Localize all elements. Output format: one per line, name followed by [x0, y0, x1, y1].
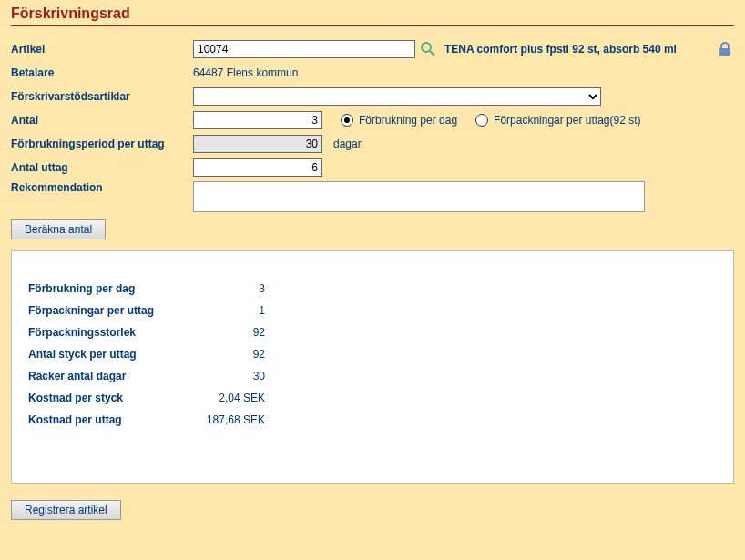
label-betalare: Betalare	[11, 66, 193, 79]
sum-label: Kostnad per uttag	[28, 410, 201, 430]
sum-value: 187,68 SEK	[201, 410, 265, 430]
bottom-actions: Registrera artikel	[11, 500, 734, 520]
sum-row: Förbrukning per dag 3	[28, 279, 717, 299]
sum-value: 3	[201, 279, 265, 299]
search-icon[interactable]	[419, 40, 437, 58]
sum-row: Antal styck per uttag 92	[28, 344, 717, 364]
row-berakna: Beräkna antal	[11, 219, 734, 239]
label-period: Förbrukningsperiod per uttag	[11, 137, 193, 150]
page-title: Förskrivningsrad	[11, 5, 734, 22]
sum-label: Antal styck per uttag	[28, 344, 201, 364]
sum-row: Förpackningar per uttag 1	[28, 300, 717, 321]
svg-line-1	[430, 51, 434, 56]
radio-forpackningar-per-uttag[interactable]: Förpackningar per uttag(92 st)	[475, 114, 640, 127]
divider	[11, 25, 734, 26]
sum-value: 92	[201, 322, 265, 342]
rekommendation-input[interactable]	[193, 181, 645, 212]
row-artikel: Artikel TENA comfort plus fpstl 92 st, a…	[11, 39, 734, 59]
sum-label: Förpackningar per uttag	[28, 300, 201, 321]
radio-forbrukning-per-dag[interactable]: Förbrukning per dag	[341, 114, 457, 127]
sum-row: Räcker antal dagar 30	[28, 366, 717, 386]
label-artikel: Artikel	[11, 43, 193, 56]
row-rekommendation: Rekommendation	[11, 181, 734, 212]
radio-icon	[475, 114, 488, 127]
label-antal: Antal	[11, 114, 193, 127]
betalare-value: 64487 Flens kommun	[193, 66, 298, 79]
radio-label: Förbrukning per dag	[359, 114, 457, 127]
antal-uttag-input[interactable]	[193, 158, 322, 177]
sum-row: Kostnad per styck 2,04 SEK	[28, 388, 717, 408]
label-rekommendation: Rekommendation	[11, 181, 193, 194]
sum-row: Förpackningsstorlek 92	[28, 322, 717, 342]
sum-value: 1	[201, 300, 265, 321]
label-forskrivarstod: Förskrivarstödsartiklar	[11, 90, 193, 103]
sum-label: Förbrukning per dag	[28, 279, 201, 299]
summary-box: Förbrukning per dag 3 Förpackningar per …	[11, 250, 734, 484]
svg-rect-2	[719, 48, 730, 56]
sum-label: Räcker antal dagar	[28, 366, 201, 386]
sum-row: Kostnad per uttag 187,68 SEK	[28, 410, 717, 430]
sum-label: Kostnad per styck	[28, 388, 201, 408]
artikel-description: TENA comfort plus fpstl 92 st, absorb 54…	[444, 43, 677, 56]
row-forskrivarstod: Förskrivarstödsartiklar	[11, 87, 734, 107]
period-input	[193, 135, 322, 153]
sum-label: Förpackningsstorlek	[28, 322, 201, 342]
radio-label: Förpackningar per uttag(92 st)	[494, 114, 640, 127]
forskrivarstod-select[interactable]	[193, 87, 601, 106]
row-antal: Antal Förbrukning per dag Förpackningar …	[11, 110, 734, 130]
period-unit: dagar	[333, 137, 362, 150]
radio-icon	[341, 114, 353, 127]
lock-icon[interactable]	[716, 40, 734, 58]
berakna-button[interactable]: Beräkna antal	[11, 219, 106, 239]
row-period: Förbrukningsperiod per uttag dagar	[11, 134, 734, 154]
sum-value: 92	[201, 344, 265, 364]
row-antal-uttag: Antal uttag	[11, 158, 734, 178]
sum-value: 2,04 SEK	[201, 388, 265, 408]
svg-point-0	[422, 43, 431, 52]
artikel-input[interactable]	[193, 40, 415, 58]
registrera-button[interactable]: Registrera artikel	[11, 500, 121, 520]
antal-input[interactable]	[193, 111, 322, 129]
label-antal-uttag: Antal uttag	[11, 161, 193, 174]
row-betalare: Betalare 64487 Flens kommun	[11, 63, 734, 83]
sum-value: 30	[201, 366, 265, 386]
